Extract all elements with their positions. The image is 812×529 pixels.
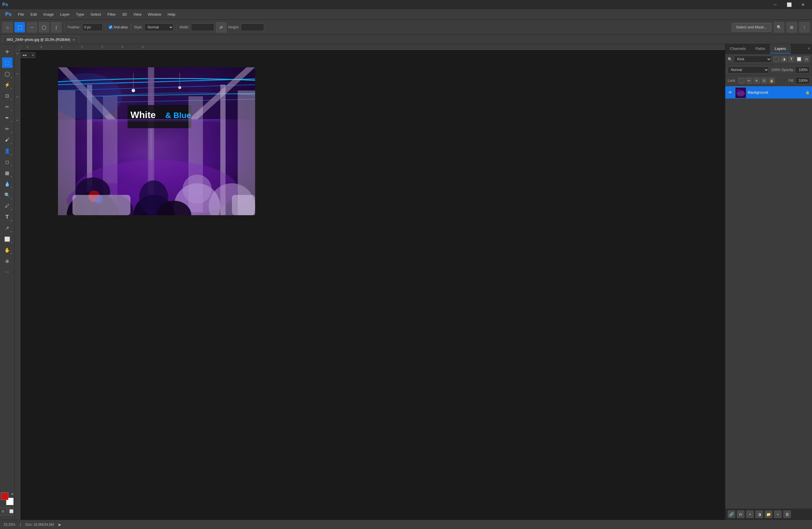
ruler-corner bbox=[14, 44, 20, 50]
layer-background[interactable]: 👁 Background 🔒 bbox=[725, 86, 812, 99]
zoom-tool-btn[interactable]: ⊕ bbox=[2, 256, 13, 266]
blur-tool-btn[interactable]: 💧 ▾ bbox=[2, 178, 13, 189]
hand-tool-btn[interactable]: ✋ ▾ bbox=[2, 245, 13, 255]
rectangle-tool-btn[interactable]: ⬜ ▾ bbox=[2, 234, 13, 244]
swap-dimensions-btn[interactable]: ⇄ bbox=[216, 22, 227, 32]
tool-submenu-arrow: ▾ bbox=[11, 98, 12, 100]
menu-select[interactable]: Select bbox=[88, 11, 104, 18]
restore-button[interactable]: ⬜ bbox=[782, 0, 796, 9]
rectangular-marquee-btn[interactable]: ⬚ bbox=[14, 22, 25, 32]
slice-tool-btn[interactable]: ✂ ▾ bbox=[2, 101, 13, 112]
search-button[interactable]: 🔍 bbox=[774, 22, 784, 32]
document-tab[interactable]: IMG_2949~photo.jpg @ 33,3% (RGB/8#) ✕ bbox=[2, 36, 79, 44]
tab-close-btn[interactable]: ✕ bbox=[72, 38, 75, 42]
lasso-tool-btn[interactable]: ◯ ▾ bbox=[2, 69, 13, 79]
menu-window[interactable]: Window bbox=[145, 11, 164, 18]
tool-submenu-arrow: ▾ bbox=[11, 186, 12, 188]
rectangle-icon: ⬜ bbox=[4, 237, 10, 242]
pen-tool-btn[interactable]: 🖊 ▾ bbox=[2, 201, 13, 211]
screen-mode-btn[interactable]: ⬜ bbox=[8, 507, 15, 515]
select-mask-button[interactable]: Select and Mask... bbox=[732, 23, 771, 32]
adjustment-filter-icon[interactable]: ◑ bbox=[781, 56, 787, 62]
quick-mask-btn[interactable]: ⊙ bbox=[0, 507, 7, 515]
channels-tab[interactable]: Channels bbox=[725, 44, 751, 54]
lock-all-btn[interactable]: 🔒 bbox=[769, 77, 775, 84]
status-separator-1: | bbox=[20, 523, 21, 527]
anti-alias-label[interactable]: Anti-alias bbox=[109, 25, 128, 29]
width-input[interactable] bbox=[191, 24, 214, 31]
clone-stamp-btn[interactable]: 👤 ▾ bbox=[2, 146, 13, 156]
opacity-input[interactable] bbox=[795, 67, 810, 73]
lock-image-btn[interactable]: ✏ bbox=[746, 77, 752, 84]
share-button[interactable]: ↑ bbox=[799, 22, 810, 32]
single-row-btn[interactable]: ─ bbox=[27, 22, 37, 32]
healing-brush-btn[interactable]: ✏ ▾ bbox=[2, 124, 13, 134]
dodge-tool-btn[interactable]: 🔍 ▾ bbox=[2, 190, 13, 200]
menu-image[interactable]: Image bbox=[40, 11, 57, 18]
menu-help[interactable]: Help bbox=[165, 11, 178, 18]
canvas-area: -1 0 1 2 3 4 5 0 1 2 3 bbox=[14, 44, 725, 520]
anti-alias-checkbox[interactable] bbox=[109, 25, 113, 29]
lock-transparent-btn[interactable]: ⬛ bbox=[738, 77, 745, 84]
eraser-tool-btn[interactable]: ◻ ▾ bbox=[2, 157, 13, 167]
new-adjustment-btn[interactable]: ◑ bbox=[755, 511, 763, 518]
float-close-btn[interactable]: ✕ bbox=[32, 54, 34, 57]
style-select[interactable]: Normal Fixed Ratio Fixed Size bbox=[144, 24, 173, 31]
minimize-button[interactable]: ─ bbox=[769, 0, 782, 9]
magic-wand-btn[interactable]: ⚡ ▾ bbox=[2, 80, 13, 90]
swap-colors-btn[interactable]: ⇄ bbox=[11, 492, 14, 495]
photo-canvas[interactable]: White & Blue bbox=[58, 67, 255, 215]
height-input[interactable] bbox=[241, 24, 264, 31]
add-style-btn[interactable]: fx bbox=[737, 511, 744, 518]
fill-input[interactable] bbox=[795, 77, 810, 84]
collapse-arrow[interactable]: ◀◀ bbox=[22, 54, 26, 57]
blend-mode-select[interactable]: Normal Multiply Screen Overlay Soft Ligh… bbox=[728, 67, 769, 73]
workspace-button[interactable]: ⊞ bbox=[786, 22, 797, 32]
type-tool-btn[interactable]: T ▾ bbox=[2, 212, 13, 222]
menu-3d[interactable]: 3D bbox=[119, 11, 130, 18]
lock-artboard-btn[interactable]: ⊡ bbox=[761, 77, 767, 84]
type-filter-icon[interactable]: T bbox=[788, 56, 795, 62]
layers-tab[interactable]: Layers bbox=[770, 44, 791, 54]
more-tools-btn[interactable]: ··· bbox=[2, 267, 13, 277]
menu-layer[interactable]: Layer bbox=[57, 11, 73, 18]
add-mask-btn[interactable]: ▪ bbox=[746, 511, 754, 518]
lock-position-btn[interactable]: ✛ bbox=[753, 77, 760, 84]
elliptical-btn[interactable]: ◯ bbox=[39, 22, 49, 32]
brush-tool-btn[interactable]: 🖌 ▾ bbox=[2, 134, 13, 145]
menu-ps[interactable]: Ps bbox=[2, 10, 14, 18]
title-bar-controls[interactable]: ─ ⬜ ✕ bbox=[769, 0, 810, 9]
menu-edit[interactable]: Edit bbox=[28, 11, 40, 18]
panel-options-btn[interactable]: ≡ bbox=[805, 44, 812, 54]
delete-layer-btn[interactable]: 🗑 bbox=[783, 511, 791, 518]
move-tool-btn[interactable]: ✛ bbox=[2, 46, 13, 57]
status-arrow[interactable]: ▶ bbox=[59, 523, 61, 527]
shape-filter-icon[interactable]: ⬜ bbox=[796, 56, 802, 62]
new-group-btn[interactable]: 📁 bbox=[765, 511, 772, 518]
layer-visibility-toggle[interactable]: 👁 bbox=[728, 90, 733, 95]
main-toolbar: ⌂ ⬚ ─ ◯ | Feather: Anti-alias Style: Nor… bbox=[0, 20, 812, 35]
crop-tool-btn[interactable]: ⊡ ▾ bbox=[2, 90, 13, 101]
color-swatches[interactable]: ⇄ bbox=[1, 492, 14, 505]
menu-file[interactable]: File bbox=[15, 11, 27, 18]
pixel-filter-icon[interactable]: ⬛ bbox=[773, 56, 780, 62]
filter-kind-select[interactable]: Kind bbox=[734, 56, 771, 63]
smartobj-filter-icon[interactable]: ⊙ bbox=[803, 56, 810, 62]
feather-input[interactable] bbox=[82, 24, 103, 31]
gradient-tool-btn[interactable]: ▦ ▾ bbox=[2, 168, 13, 178]
menu-filter[interactable]: Filter bbox=[104, 11, 119, 18]
home-button[interactable]: ⌂ bbox=[2, 22, 13, 32]
path-selection-btn[interactable]: ↗ ▾ bbox=[2, 223, 13, 233]
rectangular-marquee-btn[interactable]: ⬚ ▾ bbox=[2, 57, 13, 68]
eyedropper-tool-btn[interactable]: ✒ ▾ bbox=[2, 113, 13, 123]
link-layers-btn[interactable]: 🔗 bbox=[728, 511, 735, 518]
close-button[interactable]: ✕ bbox=[796, 0, 810, 9]
paths-tab[interactable]: Paths bbox=[751, 44, 770, 54]
menu-type[interactable]: Type bbox=[73, 11, 87, 18]
crop-icon: ⊡ bbox=[5, 93, 9, 99]
menu-view[interactable]: View bbox=[130, 11, 144, 18]
eraser-icon: ◻ bbox=[5, 159, 9, 165]
foreground-color-swatch[interactable] bbox=[1, 492, 9, 500]
col-marquee-btn[interactable]: | bbox=[51, 22, 61, 32]
new-layer-btn[interactable]: + bbox=[774, 511, 782, 518]
